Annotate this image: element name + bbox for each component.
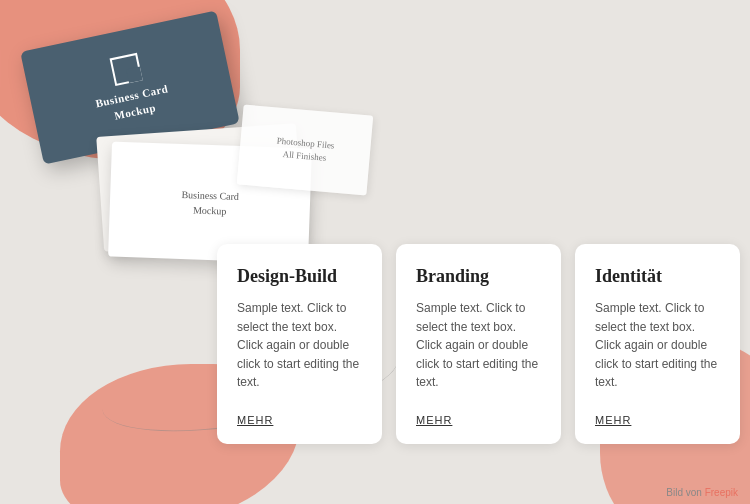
card-text-identitaet: Sample text. Click to select the text bo… (595, 299, 720, 400)
card-text-branding: Sample text. Click to select the text bo… (416, 299, 541, 400)
info-card-branding: Branding Sample text. Click to select th… (396, 244, 561, 444)
info-card-design-build: Design-Build Sample text. Click to selec… (217, 244, 382, 444)
card-link-identitaet[interactable]: MEHR (595, 414, 720, 426)
attribution-link[interactable]: Freepik (705, 487, 738, 498)
label-text: Photoshop FilesAll Finishes (275, 134, 335, 166)
card-text-design-build: Sample text. Click to select the text bo… (237, 299, 362, 400)
background: Business CardMockup Business CardMockup … (0, 0, 750, 504)
card-link-design-build[interactable]: MEHR (237, 414, 362, 426)
card-title-branding: Branding (416, 266, 541, 287)
photoshop-label-card: Photoshop FilesAll Finishes (237, 104, 373, 195)
attribution: Bild von Freepik (666, 487, 738, 498)
attribution-prefix: Bild von (666, 487, 702, 498)
card-title-identitaet: Identität (595, 266, 720, 287)
white-card-text: Business CardMockup (181, 187, 240, 219)
info-cards-section: Design-Build Sample text. Click to selec… (210, 234, 750, 504)
card-link-branding[interactable]: MEHR (416, 414, 541, 426)
card-logo-icon (110, 53, 143, 86)
card-title-design-build: Design-Build (237, 266, 362, 287)
dark-card-title: Business CardMockup (94, 81, 173, 127)
info-card-identitaet: Identität Sample text. Click to select t… (575, 244, 740, 444)
